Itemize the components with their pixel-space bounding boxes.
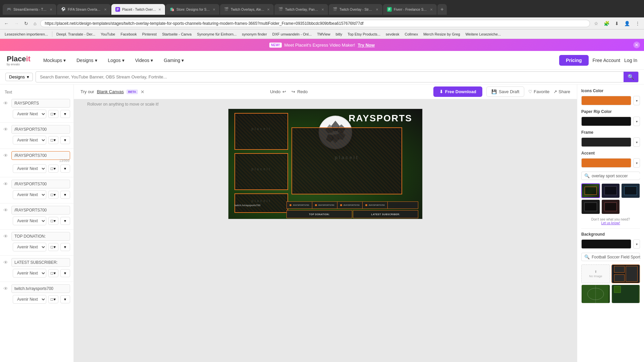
- bookmark-star[interactable]: ☆: [593, 20, 600, 27]
- font-size-4[interactable]: □▾: [48, 191, 58, 199]
- icons-color-arrow[interactable]: ▾: [633, 96, 640, 105]
- refresh-button[interactable]: ↻: [23, 20, 30, 27]
- font-style-1[interactable]: ▾: [60, 110, 70, 118]
- bookmark-lesezeichen[interactable]: Lesezeichen importieren...: [3, 32, 50, 37]
- placeit-logo[interactable]: Placeit by envato: [7, 55, 31, 66]
- free-download-button[interactable]: ⬇ Free Download: [433, 86, 482, 97]
- share-button[interactable]: ↗ Share: [553, 89, 570, 94]
- bg-thumb-2[interactable]: [581, 285, 610, 303]
- search-button[interactable]: 🔍: [624, 72, 638, 82]
- text-input-7[interactable]: [11, 258, 70, 267]
- free-account-button[interactable]: Free Account: [593, 58, 621, 63]
- bookmark-synonyme[interactable]: Synonyme für Einhorn...: [195, 32, 238, 37]
- paper-rip-color-swatch[interactable]: [581, 117, 631, 126]
- tab-new[interactable]: +: [437, 4, 447, 15]
- football-search-input[interactable]: [592, 255, 642, 259]
- upload-thumb[interactable]: ⬆ No Image: [581, 264, 610, 283]
- text-input-6[interactable]: [11, 232, 70, 241]
- tab-active[interactable]: P Placeit - Twitch Overlay Tem... ✕: [111, 4, 165, 15]
- background-color-arrow[interactable]: ▾: [633, 239, 640, 249]
- log-in-button[interactable]: Log In: [624, 58, 637, 63]
- font-style-4[interactable]: ▾: [60, 191, 70, 199]
- bookmark-more[interactable]: Weitere Lesezeiche...: [464, 32, 503, 37]
- text-input-5[interactable]: [11, 206, 70, 215]
- frame-box-2[interactable]: placeit: [234, 153, 288, 190]
- eye-icon-7[interactable]: 👁: [3, 260, 9, 265]
- font-select-5[interactable]: Avenir Next: [13, 217, 46, 225]
- bookmark-dxf[interactable]: DXF umwandeln - Onl...: [270, 32, 314, 37]
- eye-icon-4[interactable]: 👁: [3, 181, 9, 187]
- canvas-wrapper[interactable]: RAYSPORTS placeit placeit placeit placei…: [228, 109, 423, 219]
- bg-thumb-1[interactable]: [611, 264, 640, 283]
- nav-mockups[interactable]: Mockups ▾: [39, 55, 70, 66]
- overlay-search-input[interactable]: [592, 174, 642, 178]
- bookmark-youtube[interactable]: YouTube: [99, 32, 117, 37]
- overlay-thumb-3[interactable]: [621, 183, 640, 198]
- text-input-2[interactable]: [11, 125, 70, 134]
- let-us-know-link[interactable]: Let us know!: [581, 221, 640, 225]
- eye-icon-1[interactable]: 👁: [3, 101, 9, 106]
- eye-icon-3[interactable]: 👁: [3, 153, 9, 158]
- font-select-8[interactable]: Avenir Next: [13, 295, 46, 304]
- font-size-1[interactable]: □▾: [48, 110, 58, 118]
- paper-rip-color-arrow[interactable]: ▾: [633, 117, 640, 126]
- try-now-link[interactable]: Try Now: [358, 43, 375, 48]
- bookmark-pinterest[interactable]: Pinterest: [140, 32, 159, 37]
- nav-designs[interactable]: Designs ▾: [72, 55, 102, 66]
- frame-box-3[interactable]: placeit: [234, 193, 288, 213]
- font-size-8[interactable]: □▾: [48, 295, 58, 303]
- font-style-6[interactable]: ▾: [60, 243, 70, 251]
- back-button[interactable]: ←: [3, 20, 10, 27]
- bookmark-collmex[interactable]: Collmex: [402, 32, 420, 37]
- font-size-7[interactable]: □▾: [48, 269, 58, 277]
- favorite-button[interactable]: ♡ Favorite: [528, 89, 549, 94]
- bookmark-facebook[interactable]: Facebook: [118, 32, 139, 37]
- search-input[interactable]: [36, 72, 624, 81]
- font-select-1[interactable]: Avenir Next: [13, 110, 46, 118]
- tab-4[interactable]: 🛍️ Store: Designs for Streamers... ✕: [166, 4, 219, 15]
- tab-5[interactable]: 🎬 Twitch Overlays, Alerts and G... ✕: [220, 4, 274, 15]
- tab-6[interactable]: 🎬 Twitch Overlay, Panels and Y... ✕: [274, 4, 328, 15]
- bookmark-tmview[interactable]: TMView: [315, 32, 332, 37]
- address-input[interactable]: [40, 20, 590, 27]
- frame-color-arrow[interactable]: ▾: [633, 137, 640, 147]
- bg-thumb-3[interactable]: [611, 285, 640, 303]
- font-select-2[interactable]: Avenir Next: [13, 136, 46, 144]
- font-size-3[interactable]: □▾: [48, 165, 58, 173]
- accent-color-arrow[interactable]: ▾: [633, 158, 640, 168]
- undo-button[interactable]: Undo ↩: [270, 89, 286, 94]
- bookmark-synonym-finder[interactable]: synonym finder: [240, 32, 269, 37]
- font-style-3[interactable]: ▾: [60, 165, 70, 173]
- font-select-6[interactable]: Avenir Next: [13, 243, 46, 251]
- bookmark-canva[interactable]: Startseite - Canva: [160, 32, 194, 37]
- download-button[interactable]: ⬇: [613, 20, 620, 27]
- extensions-button[interactable]: 🧩: [602, 20, 611, 27]
- overlay-thumb-1[interactable]: [581, 183, 600, 198]
- text-input-8[interactable]: [11, 284, 70, 293]
- eye-icon-2[interactable]: 👁: [3, 127, 9, 132]
- overlay-search-row[interactable]: 🔍: [581, 172, 640, 180]
- font-select-7[interactable]: Avenir Next: [13, 269, 46, 278]
- font-select-3[interactable]: Avenir Next: [13, 164, 46, 173]
- frame-color-swatch[interactable]: [581, 137, 631, 147]
- background-color-swatch[interactable]: [581, 239, 631, 249]
- overlay-thumb-5[interactable]: [601, 199, 620, 214]
- notification-close[interactable]: ✕: [633, 42, 640, 48]
- font-style-8[interactable]: ▾: [60, 295, 70, 303]
- font-size-6[interactable]: □▾: [48, 243, 58, 251]
- icons-color-swatch[interactable]: [581, 96, 631, 105]
- nav-logos[interactable]: Logos ▾: [103, 55, 129, 66]
- frame-box-main[interactable]: placeit: [291, 127, 402, 194]
- category-dropdown[interactable]: Designs ▾: [5, 73, 33, 81]
- menu-button[interactable]: ⋮: [634, 20, 641, 27]
- tab-1[interactable]: 🎮 StreamElements - Themes ga... ✕: [3, 4, 56, 15]
- account-button[interactable]: 👤: [623, 20, 631, 27]
- font-style-7[interactable]: ▾: [60, 269, 70, 277]
- font-size-5[interactable]: □▾: [48, 217, 58, 225]
- bookmark-deepl[interactable]: Deepl. Translate - Der...: [54, 32, 97, 37]
- bookmark-sevdesk[interactable]: sevdesk: [384, 32, 401, 37]
- font-style-5[interactable]: ▾: [60, 217, 70, 225]
- bookmark-top-etsy[interactable]: Top Etsy Products...: [345, 32, 382, 37]
- tab-2[interactable]: ⚽ FIFA Stream Overlay for free... ✕: [57, 4, 111, 15]
- pricing-button[interactable]: Pricing: [559, 55, 588, 66]
